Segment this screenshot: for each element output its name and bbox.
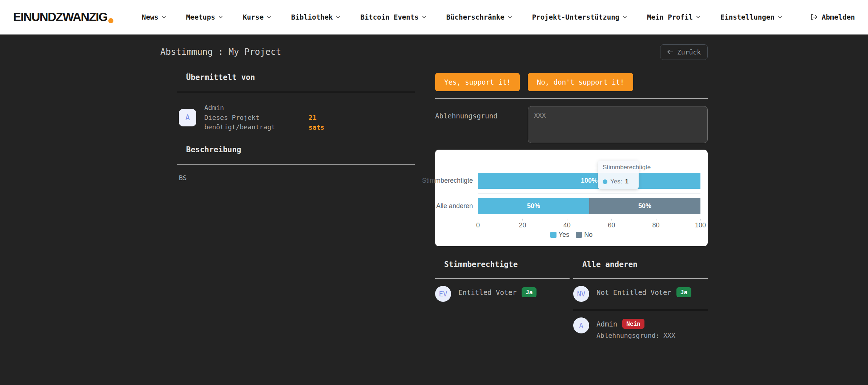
vote-badge-yes: Ja: [676, 287, 691, 297]
voter-row: EV Entitled Voter Ja: [435, 286, 570, 310]
nav-item-kurse[interactable]: Kurse: [243, 13, 272, 21]
legend-item-yes[interactable]: Yes: [550, 231, 569, 239]
main-nav: News Meetups Kurse Bibliothek Bitcoin Ev…: [113, 13, 811, 21]
nav-item-einstellungen[interactable]: Einstellungen: [720, 13, 783, 21]
voter-row: NV Not Entitled Voter Ja: [573, 286, 708, 310]
bar-track: 100%: [478, 168, 700, 193]
nav-item-buecherschraenke[interactable]: Bücherschränke: [446, 13, 513, 21]
chevron-down-icon: [218, 15, 223, 20]
rejection-reason-row: Ablehnungsgrund: [435, 106, 708, 143]
bar-segment-no[interactable]: 50%: [589, 198, 700, 214]
chevron-down-icon: [161, 15, 166, 20]
nav-item-projekt-unterstuetzung[interactable]: Projekt-Unterstützung: [532, 13, 627, 21]
nav-label: Kurse: [243, 13, 264, 21]
page-content: Abstimmung : My Project Zurück Übermitte…: [0, 35, 868, 347]
voter-lists: Stimmberechtigte EV Entitled Voter Ja: [435, 260, 708, 347]
avatar: EV: [435, 286, 451, 302]
request-line-1: Dieses Projekt: [204, 113, 275, 123]
bar-row-alle-anderen: Alle anderen 50%50%: [435, 193, 708, 219]
bar-category-label: Stimmberechtigte: [435, 168, 478, 193]
logout-icon: [811, 13, 818, 21]
description-text: BS: [177, 174, 415, 182]
nav-item-meetups[interactable]: Meetups: [186, 13, 223, 21]
chevron-down-icon: [507, 15, 513, 20]
back-arrow-icon: [667, 49, 674, 54]
rejection-reason-text: Ablehnungsgrund: XXX: [596, 332, 675, 339]
entitled-voters-heading: Stimmberechtigte: [435, 260, 570, 269]
x-axis: 020406080100: [478, 219, 700, 228]
bar-category-label: Alle anderen: [435, 193, 478, 219]
bar-row-stimmberechtigte: Stimmberechtigte 100%: [435, 168, 708, 193]
divider: [435, 278, 570, 279]
logout-label: Abmelden: [821, 13, 855, 21]
rejection-reason-label: Ablehnungsgrund: [435, 106, 528, 143]
logo-text: EINUNDZWANZIG: [13, 10, 107, 24]
chevron-down-icon: [622, 15, 627, 20]
nav-item-mein-profil[interactable]: Mein Profil: [647, 13, 701, 21]
legend-item-no[interactable]: No: [576, 231, 592, 239]
other-voters-column: Alle anderen NV Not Entitled Voter Ja: [573, 260, 708, 347]
x-axis-tick: 0: [476, 222, 480, 229]
nav-item-bibliothek[interactable]: Bibliothek: [291, 13, 341, 21]
x-axis-tick: 80: [652, 222, 660, 229]
chevron-down-icon: [696, 15, 701, 20]
voting-panel: Yes, support it! No, don't support it! A…: [435, 64, 708, 347]
vote-results-chart: Stimmberechtigte 100% Alle anderen 50%50…: [435, 150, 708, 246]
voter-name: Entitled Voter: [458, 288, 517, 296]
nav-label: Bitcoin Events: [360, 13, 418, 21]
back-button-label: Zurück: [677, 48, 701, 56]
nav-label: Meetups: [186, 13, 215, 21]
logo-orange-dot-icon: [108, 18, 113, 23]
voter-info: Entitled Voter Ja: [458, 286, 537, 302]
chevron-down-icon: [266, 15, 272, 20]
nav-item-bitcoin-events[interactable]: Bitcoin Events: [360, 13, 426, 21]
chevron-down-icon: [422, 15, 427, 20]
vote-no-button[interactable]: No, don't support it!: [528, 73, 633, 91]
legend-label: Yes: [559, 231, 569, 239]
nav-label: Bücherschränke: [446, 13, 505, 21]
chevron-down-icon: [777, 15, 783, 20]
vote-badge-yes: Ja: [522, 287, 537, 297]
avatar: A: [573, 317, 589, 333]
divider: [177, 164, 415, 165]
description-heading: Beschreibung: [177, 145, 415, 154]
bar-segment-yes[interactable]: 50%: [478, 198, 589, 214]
series-dot-icon: [603, 179, 607, 184]
other-voters-heading: Alle anderen: [573, 260, 708, 269]
requested-amount: 21 sats: [309, 113, 324, 132]
x-axis-tick: 60: [608, 222, 615, 229]
page-title: Abstimmung : My Project: [160, 47, 281, 57]
logo[interactable]: EINUNDZWANZIG: [13, 10, 113, 24]
project-details-panel: Übermittelt von A Admin Dieses Projekt b…: [160, 64, 415, 347]
legend-swatch-icon: [550, 232, 556, 238]
top-navbar: EINUNDZWANZIG News Meetups Kurse Bibliot…: [0, 0, 868, 35]
entitled-voters-column: Stimmberechtigte EV Entitled Voter Ja: [435, 260, 570, 347]
nav-label: Mein Profil: [647, 13, 693, 21]
x-axis-tick: 40: [563, 222, 571, 229]
tooltip-title: Stimmberechtigte: [598, 161, 639, 174]
voter-info: Admin Nein Ablehnungsgrund: XXX: [596, 317, 675, 339]
voter-row: A Admin Nein Ablehnungsgrund: XXX: [573, 317, 708, 347]
vote-yes-button[interactable]: Yes, support it!: [435, 73, 520, 91]
voter-info: Not Entitled Voter Ja: [596, 286, 691, 302]
request-line-2: benötigt/beantragt: [204, 122, 275, 132]
vote-badge-no: Nein: [622, 319, 644, 329]
nav-label: Einstellungen: [720, 13, 775, 21]
title-row: Abstimmung : My Project Zurück: [160, 42, 708, 61]
avatar: NV: [573, 286, 589, 302]
nav-label: News: [142, 13, 158, 21]
divider: [573, 278, 708, 279]
amount-unit: sats: [309, 123, 324, 133]
tooltip-row: Yes: 1: [598, 174, 639, 189]
tooltip-value: 1: [625, 178, 628, 185]
x-axis-tick: 20: [519, 222, 526, 229]
nav-item-news[interactable]: News: [142, 13, 166, 21]
logout-button[interactable]: Abmelden: [811, 13, 855, 21]
bar-segment-yes[interactable]: 100%: [478, 173, 700, 189]
submitted-by-heading: Übermittelt von: [177, 73, 415, 82]
voter-name: Not Entitled Voter: [596, 288, 671, 296]
rejection-reason-input[interactable]: [528, 106, 708, 143]
submitter-info: Admin Dieses Projekt benötigt/beantragt: [204, 103, 275, 132]
nav-label: Bibliothek: [291, 13, 333, 21]
back-button[interactable]: Zurück: [660, 44, 708, 60]
